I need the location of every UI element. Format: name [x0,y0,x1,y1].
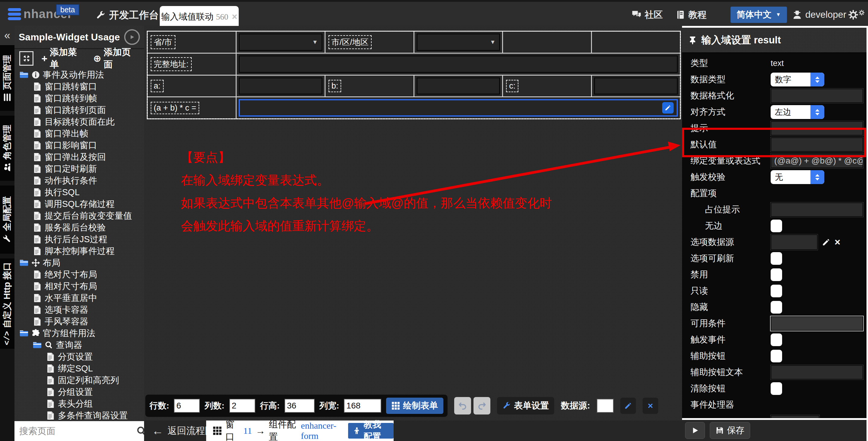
grid-field-input[interactable] [284,399,315,413]
form-grid-cell[interactable] [592,32,680,53]
panel-select[interactable]: 左边 [771,105,824,119]
tree-page-item[interactable]: 窗口弹出及按回 [14,151,144,163]
search-input[interactable] [19,426,136,437]
pencil-icon[interactable] [822,238,830,246]
add-page-button[interactable]: ⊕ 添加页面 [93,46,139,71]
panel-checkbox[interactable] [771,350,782,363]
panel-checkbox[interactable] [771,285,782,297]
panel-checkbox[interactable] [771,269,782,281]
tree-page-item[interactable]: 窗口跳转到页面 [14,104,144,116]
form-dropdown[interactable]: ▼ [416,33,500,51]
tree-page-item[interactable]: 固定列和高亮列 [14,374,144,386]
back-to-flow-button[interactable]: ← 返回流程图 [152,420,214,441]
form-grid-cell[interactable] [414,75,502,97]
form-grid-cell[interactable]: a: [148,75,236,97]
run-project-button[interactable] [124,29,140,45]
form-grid-cell[interactable]: ▼ [237,32,324,53]
tree-page-item[interactable]: 水平垂直居中 [14,292,144,304]
form-input[interactable] [239,77,322,95]
open-page-tab[interactable]: 输入域值联动 560 × [160,6,239,28]
form-grid-cell[interactable] [237,97,680,118]
add-menu-button[interactable]: + 添加菜单 [41,46,85,71]
community-link[interactable]: 社区 [631,2,663,28]
tree-folder[interactable]: 布局 [14,257,144,269]
tree-page-item[interactable]: 多条件查询器设置 [14,410,144,421]
panel-checkbox[interactable] [771,252,782,265]
form-grid-cell[interactable]: 市/区/地区 [326,32,413,53]
expand-tree-button[interactable] [19,51,33,66]
x-icon[interactable]: × [835,237,840,248]
form-input[interactable] [239,56,678,73]
tree-page-item[interactable]: 脚本控制事件过程 [14,245,144,257]
component-name-link[interactable]: enhancer-form [301,420,342,441]
form-grid-cell[interactable]: c: [503,75,591,97]
panel-input[interactable] [771,316,863,331]
grid-field-input[interactable] [174,399,200,413]
datasource-input[interactable] [597,399,614,413]
pin-icon[interactable] [688,36,697,44]
form-input[interactable] [594,77,678,95]
form-settings-button[interactable]: 表单设置 [497,397,554,414]
strip-tab-2[interactable]: 角色管理 [0,116,14,181]
redo-button[interactable] [473,397,490,414]
panel-input[interactable] [771,121,863,135]
tree-page-item[interactable]: 目标跳转页面在此 [14,116,144,128]
panel-checkbox[interactable] [771,334,782,346]
window-number-link[interactable]: 11 [243,426,252,436]
tree-folder[interactable]: 官方组件用法 [14,327,144,339]
tree-page-item[interactable]: 服务器后台校验 [14,222,144,233]
panel-select[interactable]: 数字 [771,72,824,87]
tree-page-item[interactable]: 执行后台JS过程 [14,233,144,245]
form-grid-cell[interactable]: (a + b) * c = [148,97,236,118]
tree-page-item[interactable]: 动作执行条件 [14,175,144,186]
panel-checkbox[interactable] [771,382,782,395]
language-select-button[interactable]: 简体中文 ▼ [731,7,787,23]
sidebar-collapse-button[interactable]: « [0,26,14,46]
datasource-clear-button[interactable]: × [643,398,658,414]
tree-page-item[interactable]: 窗口影响窗口 [14,139,144,151]
undo-button[interactable] [454,397,471,414]
tree-page-item[interactable]: 分组设置 [14,386,144,398]
tree-page-item[interactable]: 提交后台前改变变量值 [14,210,144,222]
panel-input[interactable] [771,137,863,152]
strip-tab-4[interactable]: </>自定义 Http 接口 [0,258,14,349]
draw-form-button[interactable]: 绘制表单 [386,398,443,414]
form-input[interactable] [416,77,500,95]
strip-tab-1[interactable]: 页面管理 [0,46,14,111]
tree-page-item[interactable]: 绝对尺寸布局 [14,269,144,280]
grid-field-input[interactable] [344,399,381,413]
save-button[interactable]: 保存 [710,422,750,439]
form-grid-cell[interactable] [503,32,591,53]
settings-gears-button[interactable] [847,9,865,21]
datasource-edit-button[interactable] [620,398,636,414]
tab-close-icon[interactable]: × [232,11,237,22]
teach-me-button[interactable]: 教我配置 [348,423,394,439]
form-grid-cell[interactable]: b: [326,75,413,97]
tree-page-item[interactable]: 绑定SQL [14,363,144,374]
panel-checkbox[interactable] [771,220,782,232]
tree-page-item[interactable]: 执行SQL [14,186,144,198]
tree-page-item[interactable]: 窗口跳转窗口 [14,81,144,92]
tree-page-item[interactable]: 相对尺寸布局 [14,280,144,292]
panel-select[interactable]: 无 [771,170,824,184]
tree-page-item[interactable]: 手风琴容器 [14,316,144,327]
panel-checkbox[interactable] [771,301,782,314]
form-grid-cell[interactable]: 完整地址: [148,54,236,75]
tree-folder[interactable]: 查询器 [14,339,144,351]
form-grid-cell[interactable] [237,54,680,75]
grid-field-input[interactable] [229,399,255,413]
form-input-selected[interactable] [239,99,678,117]
preview-play-button[interactable] [685,422,705,439]
edit-expression-button[interactable] [662,102,674,114]
tree-page-item[interactable]: 窗口定时刷新 [14,163,144,175]
tree-page-item[interactable]: 表头分组 [14,398,144,410]
strip-tab-3[interactable]: 全局配置 [0,186,14,254]
tree-page-item[interactable]: 分页设置 [14,351,144,363]
form-grid-cell[interactable]: 省/市 [148,32,236,53]
tutorial-link[interactable]: 教程 [676,2,707,28]
form-grid-widget[interactable]: 省/市▼市/区/地区▼完整地址:a:b:c:(a + b) * c = [147,31,681,119]
form-grid-cell[interactable] [592,75,680,97]
tree-page-item[interactable]: 窗口弹出帧 [14,128,144,139]
panel-input[interactable]: (@a@) + @b@) * @c@ [771,154,863,168]
tree-folder[interactable]: 事件及动作用法 [14,69,144,81]
